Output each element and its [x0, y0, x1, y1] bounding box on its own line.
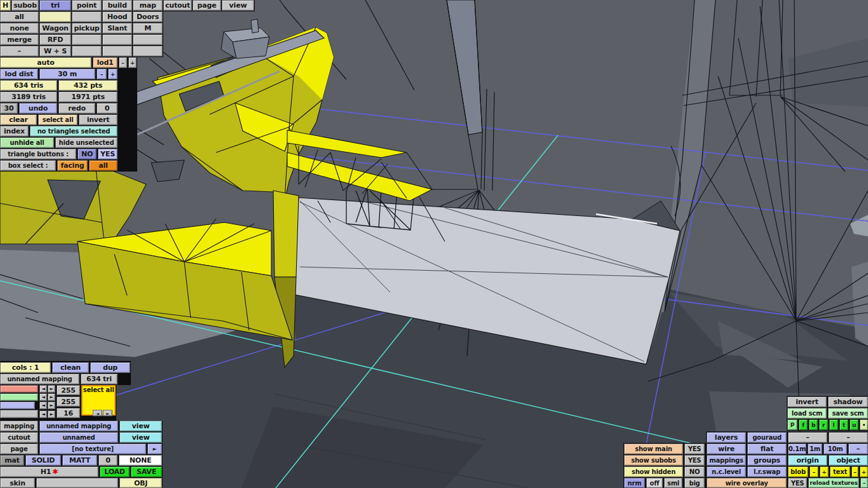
tab-tri-selected[interactable]: tri — [39, 0, 71, 11]
flat-button[interactable]: flat — [747, 444, 787, 454]
subob-all-button[interactable]: all — [0, 11, 39, 22]
load-button[interactable]: LOAD — [100, 466, 130, 477]
text-minus-button[interactable]: – — [851, 466, 858, 477]
wire-button[interactable]: wire — [707, 444, 746, 454]
save-scm-button[interactable]: save scm — [828, 408, 868, 419]
grid-dash-button[interactable]: – — [848, 444, 868, 454]
lod-dist-value[interactable]: 30 m — [39, 69, 95, 79]
page-texture-field[interactable]: [no texture] — [39, 444, 146, 454]
view-t-button[interactable]: t — [839, 419, 848, 430]
mapping-name-button[interactable]: unnamed mapping — [0, 374, 79, 384]
blob-plus-button[interactable]: + — [820, 466, 829, 477]
h1-slot-button[interactable]: H1✱ — [0, 466, 98, 477]
gray-swatch[interactable] — [0, 410, 38, 418]
undo-button[interactable]: undo — [19, 103, 57, 114]
green-step-right[interactable]: ► — [48, 393, 55, 401]
subob-slant-button[interactable]: Slant — [102, 23, 132, 34]
cutout-view-button[interactable]: view — [119, 432, 162, 443]
tab-build[interactable]: build — [102, 0, 132, 11]
object-button[interactable]: object — [829, 455, 868, 466]
dash-button-1[interactable]: – — [788, 432, 827, 443]
scm-shadow-button[interactable]: shadow — [828, 396, 868, 407]
view-l-button[interactable]: l — [829, 419, 838, 430]
save-button[interactable]: SAVE — [131, 466, 162, 477]
grid-01m-button[interactable]: 0.1m — [788, 444, 806, 454]
auto-button[interactable]: auto — [0, 57, 92, 68]
empty-slot[interactable] — [102, 46, 132, 57]
triangle-buttons-no[interactable]: NO — [78, 149, 97, 159]
gray-step-left[interactable]: ◄ — [39, 410, 47, 418]
nrm-sml-button[interactable]: sml — [664, 478, 682, 488]
dup-button[interactable]: dup — [90, 362, 130, 373]
nrm-button[interactable]: nrm — [624, 478, 645, 488]
text-button[interactable]: text — [830, 466, 850, 477]
subob-empty-yellow-slot[interactable] — [39, 11, 71, 22]
origin-button[interactable]: origin — [788, 455, 827, 466]
obj-button[interactable]: OBJ — [119, 478, 162, 488]
view-r-button[interactable]: r — [819, 419, 828, 430]
clear-button[interactable]: clear — [0, 114, 37, 125]
empty-slot[interactable] — [133, 34, 163, 45]
blue-step-right[interactable]: ► — [48, 402, 55, 409]
blue-step-left[interactable]: ◄ — [39, 402, 47, 409]
lod-dist-plus[interactable]: + — [108, 69, 118, 79]
gouraud-button[interactable]: gouraud — [747, 432, 787, 443]
dash-button-2[interactable]: – — [829, 432, 868, 443]
mapping-name-field[interactable]: unnamed mapping — [39, 421, 118, 431]
cols-count-button[interactable]: cols : 1 — [0, 362, 51, 373]
show-subobs-toggle[interactable]: YES — [684, 455, 705, 466]
nc-level-button[interactable]: n.c.level — [707, 466, 746, 477]
reload-textures-button[interactable]: reload textures — [808, 478, 859, 488]
merge-button[interactable]: merge — [0, 34, 39, 45]
blue-swatch[interactable] — [0, 402, 35, 409]
view-u-button[interactable]: u — [850, 419, 858, 430]
layers-button[interactable]: layers — [707, 432, 746, 443]
view-dot-button[interactable]: • — [860, 419, 868, 430]
unhide-all-button[interactable]: unhide all — [0, 137, 54, 148]
green-swatch[interactable] — [0, 393, 38, 401]
subob-hood-button[interactable]: Hood — [102, 11, 132, 22]
view-b-button[interactable]: b — [809, 419, 818, 430]
tab-page[interactable]: page — [193, 0, 221, 11]
view-p-button[interactable]: P — [787, 419, 797, 430]
tab-subob[interactable]: subob — [11, 0, 39, 11]
view-f-button[interactable]: f — [799, 419, 808, 430]
page-next-button[interactable]: ► — [147, 444, 162, 454]
clean-button[interactable]: clean — [52, 362, 89, 373]
groups-button[interactable]: groups — [747, 455, 787, 466]
green-step-left[interactable]: ◄ — [39, 393, 47, 401]
reload-dash-button[interactable]: – — [860, 478, 868, 488]
hide-unselected-button[interactable]: hide unselected — [55, 137, 118, 148]
skin-name-field[interactable] — [36, 478, 118, 488]
gray-value[interactable]: 16 — [57, 408, 80, 418]
empty-slot[interactable] — [133, 46, 163, 57]
red-swatch[interactable] — [0, 385, 38, 393]
show-hidden-toggle[interactable]: NO — [684, 466, 705, 477]
nrm-off-button[interactable]: off — [646, 478, 663, 488]
lr-swap-button[interactable]: l.r.swap — [747, 466, 787, 477]
subob-pickup-button[interactable]: pickup — [72, 23, 102, 34]
nrm-big-button[interactable]: big — [684, 478, 705, 488]
select-all-button[interactable]: select all — [38, 114, 78, 125]
subob-none-button[interactable]: none — [0, 23, 39, 34]
subob-m-button[interactable]: M — [133, 23, 163, 34]
index-button[interactable]: index — [0, 126, 29, 137]
red-step-right[interactable]: ► — [48, 385, 55, 393]
blob-minus-button[interactable]: – — [810, 466, 818, 477]
mat-none-button[interactable]: NONE — [119, 455, 162, 466]
box-select-facing[interactable]: facing — [57, 160, 88, 171]
tab-view[interactable]: view — [222, 0, 254, 11]
cutout-name-field[interactable]: unnamed — [39, 432, 118, 443]
lod-dist-minus[interactable]: – — [97, 69, 107, 79]
rfd-button[interactable]: RFD — [39, 34, 71, 45]
mapping-step-left[interactable]: ◄ — [93, 410, 102, 416]
triangle-buttons-yes[interactable]: YES — [98, 149, 118, 159]
dash-button[interactable]: – — [0, 46, 39, 57]
mapping-step-right[interactable]: ► — [103, 410, 112, 416]
load-scm-button[interactable]: load scm — [787, 408, 827, 419]
tab-h[interactable]: H — [0, 0, 11, 11]
empty-slot[interactable] — [72, 46, 102, 57]
wire-overlay-button[interactable]: wire overlay — [707, 478, 787, 488]
tab-point[interactable]: point — [72, 0, 102, 11]
grid-1m-button[interactable]: 1m — [808, 444, 822, 454]
